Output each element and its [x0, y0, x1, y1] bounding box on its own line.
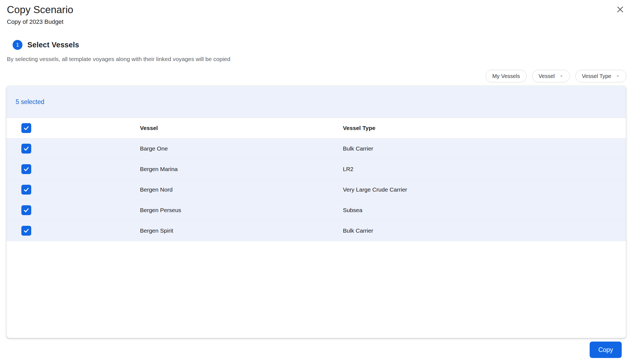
vessel-filter-dropdown[interactable]: Vessel	[532, 70, 570, 82]
row-checkbox-checked[interactable]	[21, 205, 31, 215]
vessel-table-body: Barge One Bulk Carrier Bergen Marina LR2	[7, 138, 626, 241]
table-row[interactable]: Barge One Bulk Carrier	[7, 138, 626, 159]
my-vessels-filter-button[interactable]: My Vessels	[486, 70, 526, 82]
table-row[interactable]: Bergen Perseus Subsea	[7, 200, 626, 221]
table-row[interactable]: Bergen Nord Very Large Crude Carrier	[7, 180, 626, 200]
table-row[interactable]: Bergen Spirit Bulk Carrier	[7, 221, 626, 241]
step-heading: 1 Select Vessels	[13, 40, 631, 50]
filter-bar: My Vessels Vessel Vessel Type	[0, 70, 626, 82]
step-title: Select Vessels	[27, 41, 79, 49]
table-row[interactable]: Bergen Marina LR2	[7, 159, 626, 180]
vessel-type-cell: Subsea	[343, 207, 626, 213]
column-header-vessel-type: Vessel Type	[343, 125, 626, 131]
table-header-row: Vessel Vessel Type	[7, 118, 626, 138]
selected-count-label: 5 selected	[16, 98, 44, 106]
scenario-subtitle: Copy of 2023 Budget	[7, 18, 624, 25]
copy-button[interactable]: Copy	[590, 342, 622, 358]
vessel-name-cell: Bergen Spirit	[140, 227, 343, 234]
close-icon	[616, 5, 624, 14]
dialog-header: Copy Scenario Copy of 2023 Budget	[0, 0, 631, 25]
step-description: By selecting vessels, all template voyag…	[7, 56, 631, 62]
vessel-type-cell: LR2	[343, 166, 626, 172]
chevron-down-icon	[558, 73, 564, 79]
selection-summary-bar: 5 selected	[7, 86, 626, 118]
vessel-type-filter-dropdown[interactable]: Vessel Type	[575, 70, 626, 82]
vessel-filter-label: Vessel	[539, 73, 555, 79]
vessel-type-cell: Very Large Crude Carrier	[343, 186, 626, 193]
select-all-checkbox-checked[interactable]	[21, 123, 31, 133]
row-checkbox-checked[interactable]	[21, 185, 31, 195]
copy-scenario-dialog: Copy Scenario Copy of 2023 Budget 1 Sele…	[0, 0, 631, 338]
chevron-down-icon	[615, 73, 621, 79]
vessel-name-cell: Bergen Marina	[140, 166, 343, 172]
vessel-name-cell: Barge One	[140, 145, 343, 152]
vessel-type-cell: Bulk Carrier	[343, 145, 626, 152]
step-number-badge: 1	[13, 40, 22, 50]
my-vessels-filter-label: My Vessels	[492, 73, 520, 79]
page-title: Copy Scenario	[7, 4, 624, 16]
vessel-table-card: 5 selected Vessel Vessel Type	[7, 86, 626, 338]
column-header-vessel: Vessel	[140, 125, 343, 131]
vessel-type-filter-label: Vessel Type	[582, 73, 611, 79]
row-checkbox-checked[interactable]	[21, 164, 31, 174]
vessel-type-cell: Bulk Carrier	[343, 227, 626, 234]
vessel-name-cell: Bergen Perseus	[140, 207, 343, 213]
row-checkbox-checked[interactable]	[21, 226, 31, 236]
row-checkbox-checked[interactable]	[21, 144, 31, 154]
vessel-name-cell: Bergen Nord	[140, 186, 343, 193]
close-button[interactable]	[614, 3, 626, 15]
